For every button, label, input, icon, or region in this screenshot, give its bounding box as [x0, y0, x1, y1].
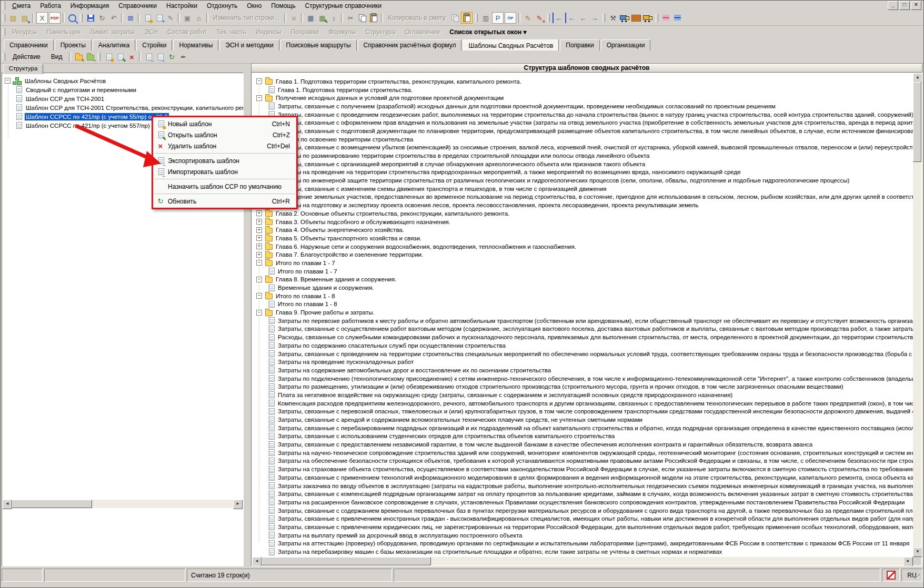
structure-group-row[interactable]: −Получение исходных данных и условий для… [252, 94, 913, 102]
open-windows-button[interactable]: Список открытых окон ▾ [445, 27, 531, 37]
expand-toggle[interactable]: − [5, 78, 11, 84]
maximize-button[interactable]: □ [899, 1, 910, 10]
tab-structure[interactable]: Структура [3, 64, 43, 74]
edit-template-icon[interactable]: ✎ [115, 52, 125, 62]
panel-button-8[interactable]: Поправки [286, 27, 324, 37]
menu-item-import-template[interactable]: ←Импортировать шаблон [153, 166, 296, 177]
undo-icon[interactable]: ↶ [108, 13, 119, 23]
structure-group-row[interactable]: +Глава 5. Объекты транспортного хозяйств… [252, 234, 913, 242]
buildings-icon[interactable]: ⌂ [194, 13, 204, 23]
tab-10[interactable]: Поправки [560, 39, 599, 50]
truck-yellow-icon[interactable] [642, 13, 653, 23]
scroll-down-button[interactable]: ▼ [913, 548, 922, 557]
refresh-icon[interactable]: ↻ [155, 196, 166, 207]
right-vertical-scrollbar[interactable]: ▲ ▼ [913, 73, 921, 557]
menu-item-5[interactable]: Отдохнуть [202, 1, 242, 11]
structure-item-row[interactable]: Затраты на подготовку и экспертизу проек… [252, 201, 913, 209]
tab-9[interactable]: Шаблоны Сводных Расчётов [463, 39, 559, 51]
toolbar-grip[interactable] [547, 14, 550, 22]
menu-item-open-template[interactable]: ✎Открыть шаблонCtrl+Z [153, 129, 296, 140]
panel-button-2[interactable]: Панель цен [42, 27, 85, 37]
estimate-structure-icon[interactable]: ▤ [8, 13, 18, 23]
menu-item-1[interactable]: Работа [35, 1, 66, 11]
export-template-icon[interactable]: → [143, 52, 154, 62]
structure-item-row[interactable]: Затраты по подключению (технологическому… [252, 374, 913, 383]
menu-item-export-template[interactable]: →Экспортировать шаблон [153, 155, 296, 166]
panel-button-11[interactable]: Оглавление [400, 27, 445, 37]
structure-group-row[interactable]: +Глава 3. Объекты подсобного и обслужива… [252, 218, 913, 226]
expand-toggle[interactable]: + [256, 219, 262, 225]
structure-item-row[interactable]: Компенсация расходов предприятиям железн… [252, 399, 913, 408]
toolbar-grip[interactable] [3, 53, 5, 61]
change-row-type-label[interactable]: Изменить тип строки... [210, 14, 283, 22]
table-edit-icon[interactable]: ▦✎ [317, 13, 327, 23]
structure-item-row[interactable]: Затраты по перевозке работников к месту … [252, 317, 913, 325]
expand-toggle[interactable]: − [256, 95, 262, 101]
expand-toggle[interactable]: − [256, 277, 262, 282]
structure-item-row[interactable]: Затраты, связанные с осуществлением рабо… [252, 325, 913, 333]
structure-item-row[interactable]: Затраты на перебазировку машин с базы ме… [252, 548, 913, 556]
panel-button-6[interactable]: Тех. часть [212, 27, 250, 37]
lock-cell-icon[interactable]: ⊠ [125, 13, 136, 23]
menu-smeta[interactable]: Смета [7, 1, 35, 11]
action-menu[interactable]: Действие [7, 52, 46, 62]
panel-button-9[interactable]: Формулы [324, 27, 360, 37]
structure-group-row[interactable]: +Глава 4. Объекты энергетического хозяйс… [252, 226, 913, 234]
structure-item-row[interactable]: Затраты, связанные с компенсацией подряд… [252, 490, 913, 498]
structure-delete-icon[interactable]: ✎× [534, 13, 545, 23]
structure-item-row[interactable]: Затраты, связанные с привлечением иностр… [252, 514, 913, 523]
stamp-icon[interactable]: ▣ [182, 13, 193, 23]
structure-group-row[interactable]: +Глава 6. Наружные сети и сооружения вод… [252, 242, 913, 251]
tab-5[interactable]: Нормативы [173, 39, 218, 50]
resource-p-icon[interactable]: Р [492, 12, 504, 24]
copy-icon[interactable] [357, 13, 367, 23]
menu-item-2[interactable]: Информация [66, 1, 114, 11]
structure-item-row[interactable]: Затраты, связанные с проведением геодези… [252, 110, 913, 119]
scroll-left-button[interactable]: ◄ [3, 500, 12, 509]
bricks-icon[interactable] [631, 13, 641, 23]
tree-item[interactable]: Шаблон ССР для ТСН-2001 Строительства, р… [2, 103, 243, 112]
status-indicator[interactable] [882, 569, 900, 582]
paste-buffer-icon[interactable] [461, 12, 473, 24]
structure-item-row[interactable]: Плата за негативное воздействие на окруж… [252, 391, 913, 399]
excel-export-icon[interactable]: X [36, 12, 48, 24]
structure-item-row[interactable]: Затраты, связанные с оформлением прав вл… [252, 118, 913, 127]
panel-button-5[interactable]: Состав работ [163, 27, 212, 37]
structure-item-row[interactable]: Затраты заказчика по вводу объектов в эк… [252, 482, 913, 490]
tree-item[interactable]: Шаблон ССР для ТСН-2001 [2, 94, 243, 103]
expand-toggle[interactable]: − [256, 78, 262, 84]
cut-icon[interactable]: ✂ [345, 13, 356, 23]
add-row-icon[interactable]: + [154, 13, 164, 23]
scroll-right-button[interactable]: ► [903, 557, 913, 566]
structure-group-row[interactable]: +Глава 2. Основные объекты строительства… [252, 209, 913, 218]
scroll-up-button[interactable]: ▲ [913, 73, 922, 83]
import-template-icon[interactable]: ← [155, 52, 165, 62]
toolbar-grip[interactable] [3, 28, 5, 36]
level-up-next-icon[interactable]: ← [565, 13, 577, 23]
level-up-icon[interactable]: ← [553, 13, 564, 23]
close-button[interactable]: × [911, 1, 921, 10]
collapse-all-icon[interactable]: − [85, 52, 95, 62]
expand-toggle[interactable]: + [256, 227, 262, 233]
tab-1[interactable]: Справочники [4, 39, 54, 50]
delete-template-icon[interactable]: × [126, 52, 137, 62]
structure-item-row[interactable]: Затраты по содержанию спасательных служб… [252, 341, 913, 350]
left-horizontal-scrollbar[interactable]: ◄ ► [3, 500, 243, 508]
tab-3[interactable]: Аналитика [93, 39, 135, 50]
menu-item-7[interactable]: Помощь [266, 1, 300, 11]
structure-item-row[interactable]: Затраты на аттестацию (проверку) оборудо… [252, 540, 913, 548]
expand-toggle[interactable]: + [256, 244, 262, 249]
minimize-button[interactable]: _ [888, 1, 898, 10]
structure-item-row[interactable]: Затраты на проведение пусконаладочных ра… [252, 358, 913, 366]
move-rows-icon[interactable]: ↕ [328, 13, 339, 23]
panel-button-1[interactable]: Ресурсы [7, 27, 42, 37]
structure-item-row[interactable]: Затраты, связанные с перебазированием по… [252, 424, 913, 432]
structure-item-row[interactable]: Временные здания и сооружения. [252, 283, 913, 292]
table-insert-icon[interactable]: ▦ [305, 13, 316, 23]
structure-item-row[interactable]: Затраты, связанные с предоставлением нез… [252, 440, 913, 449]
clear-row-type-icon[interactable]: × [288, 13, 299, 23]
panel-button-3[interactable]: Лимит. затраты [85, 27, 139, 37]
structure-item-row[interactable]: Затраты на научно-техническое сопровожде… [252, 449, 913, 457]
structure-item-row[interactable]: Затраты, связанные с организацией меропр… [252, 160, 913, 168]
structure-group-row[interactable]: −Глава 9. Прочие работы и затраты. [252, 308, 913, 317]
